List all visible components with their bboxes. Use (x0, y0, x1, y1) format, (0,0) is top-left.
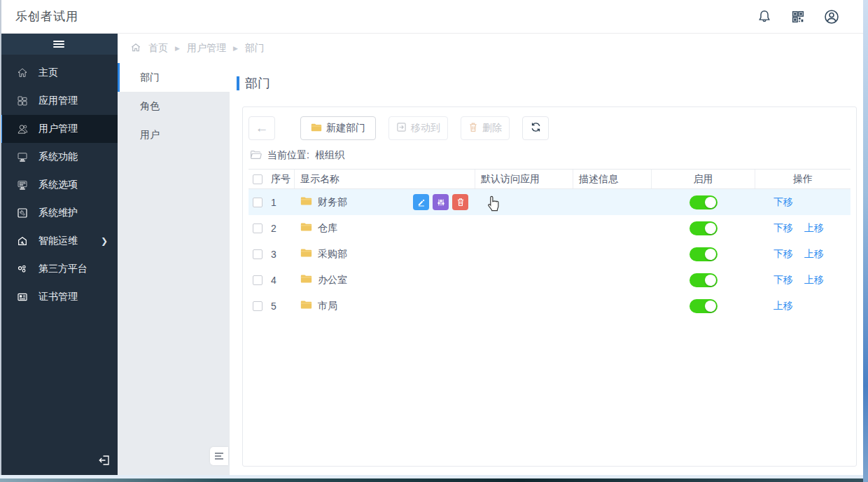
table-row[interactable]: 1 财务部 (248, 189, 850, 215)
sidebar-item-label: 用户管理 (38, 123, 78, 135)
department-name: 市局 (318, 300, 337, 312)
move-up-link[interactable]: 上移 (804, 222, 824, 235)
edit-button[interactable] (413, 194, 429, 210)
main-content: 部门 ← 新建部门 移 (230, 63, 863, 475)
description-cell (573, 293, 652, 319)
col-header-default-app: 默认访问应用 (475, 170, 573, 188)
col-header-index: 序号 (271, 173, 290, 186)
sidebar-menu: 主页 应用管理 用户管理 系统功能 (0, 59, 118, 311)
user-avatar-icon[interactable] (823, 8, 840, 25)
breadcrumb-home-icon[interactable] (130, 42, 141, 55)
refresh-button[interactable] (522, 116, 549, 140)
sidebar-item-smart-ops[interactable]: 智能运维 ❯ (0, 227, 118, 255)
sidebar-item-certificates[interactable]: 证书管理 (0, 283, 118, 311)
move-to-button[interactable]: 移动到 (388, 116, 448, 140)
qr-code-icon[interactable] (790, 8, 806, 25)
move-up-link[interactable]: 上移 (804, 248, 824, 261)
row-checkbox[interactable] (253, 275, 262, 285)
certificate-icon (16, 291, 29, 303)
subsidebar-item-department[interactable]: 部门 (118, 63, 230, 92)
sidebar-item-third-party[interactable]: 第三方平台 (0, 255, 118, 283)
row-index: 5 (271, 301, 276, 312)
breadcrumb: 首页 ▶ 用户管理 ▶ 部门 (118, 34, 863, 63)
delete-row-button[interactable] (452, 194, 468, 210)
department-name: 采购部 (318, 248, 347, 261)
move-to-label: 移动到 (411, 122, 440, 135)
main-sidebar: 主页 应用管理 用户管理 系统功能 (0, 34, 118, 475)
description-cell (573, 189, 652, 215)
sidebar-item-label: 主页 (38, 67, 58, 79)
move-up-link[interactable]: 上移 (804, 274, 824, 287)
app-window: 乐创者试用 (0, 0, 868, 482)
row-checkbox[interactable] (253, 223, 262, 233)
sidebar-collapse-button[interactable] (0, 34, 118, 55)
configure-button[interactable] (433, 194, 449, 210)
move-up-link[interactable]: 上移 (774, 300, 793, 312)
breadcrumb-item-user-management[interactable]: 用户管理 (187, 42, 226, 55)
enable-toggle[interactable] (690, 273, 718, 287)
current-location: 当前位置: 根组织 (250, 149, 850, 162)
subsidebar-item-role[interactable]: 角色 (118, 92, 230, 120)
row-action-buttons (413, 194, 468, 210)
select-all-checkbox[interactable] (253, 174, 262, 184)
move-to-icon (396, 122, 407, 135)
enable-toggle[interactable] (690, 221, 718, 235)
sidebar-item-home[interactable]: 主页 (0, 59, 118, 87)
new-department-button[interactable]: 新建部门 (300, 116, 376, 140)
move-down-link[interactable]: 下移 (774, 248, 793, 261)
subsidebar-item-user[interactable]: 用户 (118, 120, 230, 149)
sidebar-item-system-functions[interactable]: 系统功能 (0, 143, 118, 171)
chevron-right-icon: ❯ (101, 236, 108, 246)
logout-collapse-icon[interactable] (97, 453, 112, 468)
folder-icon (300, 196, 312, 208)
row-checkbox[interactable] (253, 198, 262, 207)
location-value: 根组织 (315, 149, 344, 162)
table-row[interactable]: 4 办公室 下移 上移 (248, 267, 850, 293)
toolbar: ← 新建部门 移动到 (248, 111, 850, 144)
secondary-sidebar: 部门 角色 用户 (118, 63, 230, 475)
sidebar-item-app-management[interactable]: 应用管理 (0, 87, 118, 115)
sidebar-item-label: 系统功能 (38, 151, 78, 163)
description-cell (573, 241, 652, 267)
delete-button[interactable]: 删除 (461, 116, 510, 140)
department-name: 仓库 (318, 222, 337, 235)
move-down-link[interactable]: 下移 (774, 274, 793, 287)
table-row[interactable]: 5 市局 上移 (248, 293, 850, 319)
desktop-edge-left (0, 0, 1, 475)
breadcrumb-item-home[interactable]: 首页 (148, 42, 168, 55)
desktop-edge-bottom (0, 475, 868, 482)
default-app-cell (475, 189, 573, 215)
enable-toggle[interactable] (690, 195, 718, 209)
system-options-icon (16, 179, 29, 191)
sidebar-item-system-options[interactable]: 系统选项 (0, 171, 118, 199)
sidebar-item-label: 系统维护 (38, 207, 78, 219)
enable-toggle[interactable] (690, 299, 718, 313)
folder-icon (300, 274, 312, 286)
sidebar-item-label: 第三方平台 (38, 263, 88, 275)
enable-toggle[interactable] (690, 247, 718, 261)
sidebar-item-system-maintenance[interactable]: 系统维护 (0, 199, 118, 227)
col-header-operations: 操作 (755, 170, 850, 188)
default-app-cell (475, 267, 573, 293)
move-down-link[interactable]: 下移 (774, 222, 793, 235)
page-title: 部门 (237, 75, 270, 92)
subsidebar-item-label: 部门 (140, 71, 160, 84)
row-checkbox[interactable] (253, 301, 262, 311)
breadcrumb-item-department[interactable]: 部门 (245, 42, 265, 55)
breadcrumb-separator-icon: ▶ (175, 45, 180, 52)
department-table: 序号 显示名称 默认访问应用 描述信息 启用 操作 1 (248, 169, 850, 319)
sidebar-item-user-management[interactable]: 用户管理 (0, 115, 118, 143)
row-checkbox[interactable] (253, 249, 262, 259)
table-row[interactable]: 3 采购部 下移 上移 (248, 241, 850, 267)
move-down-link[interactable]: 下移 (774, 196, 793, 209)
apps-icon (16, 95, 29, 107)
back-arrow-icon: ← (255, 120, 269, 136)
notification-bell-icon[interactable] (756, 8, 773, 25)
back-button[interactable]: ← (248, 116, 275, 140)
topbar-icon-group (756, 0, 840, 34)
table-row[interactable]: 2 仓库 下移 上移 (248, 215, 850, 241)
hamburger-icon (53, 39, 64, 49)
subsidebar-collapse-button[interactable] (210, 447, 228, 465)
table-header: 序号 显示名称 默认访问应用 描述信息 启用 操作 (248, 169, 850, 189)
system-functions-icon (16, 151, 29, 163)
